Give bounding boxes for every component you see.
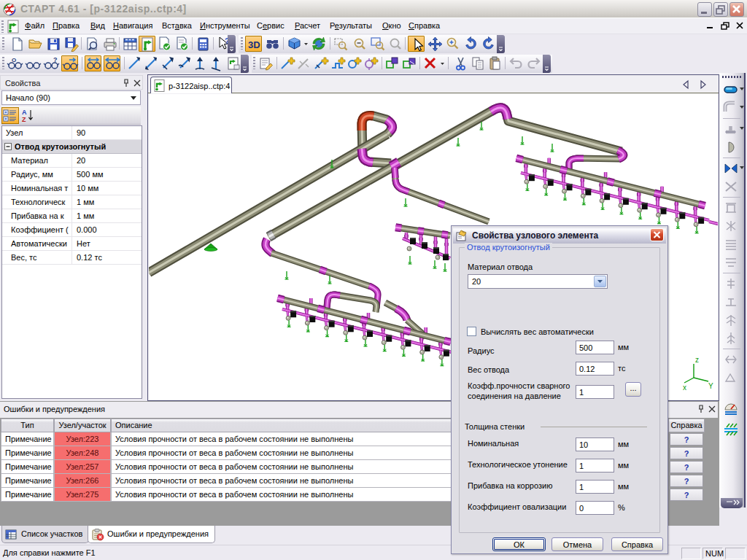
svg-text:A: A: [22, 109, 27, 116]
svg-text:O: O: [12, 57, 16, 63]
svg-text:?: ?: [53, 56, 58, 63]
svg-text:z: z: [695, 356, 699, 364]
svg-text:Z: Z: [22, 116, 26, 123]
svg-text:Y: Y: [708, 382, 713, 390]
svg-text:3D: 3D: [248, 39, 260, 50]
svg-text:x: x: [683, 384, 686, 392]
